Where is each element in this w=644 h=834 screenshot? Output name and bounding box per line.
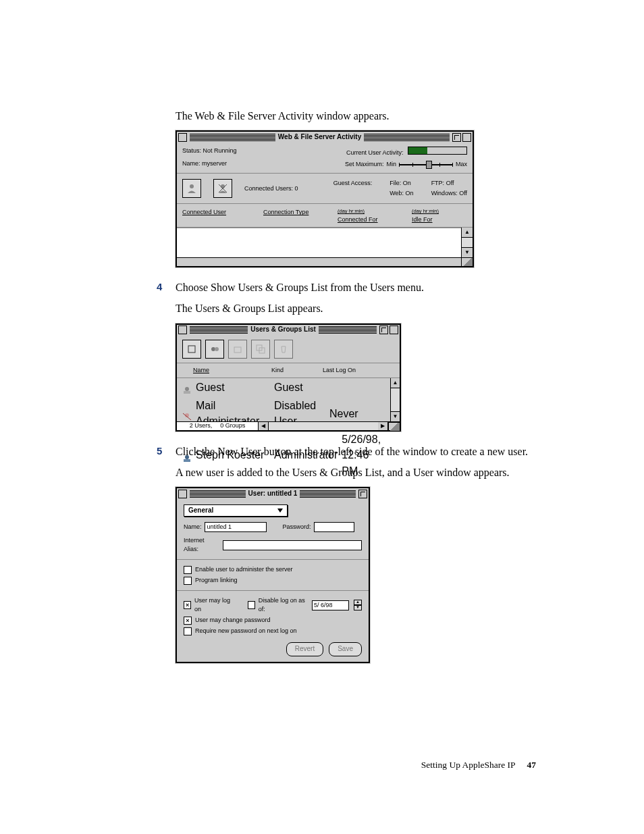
save-button[interactable]: Save <box>329 642 362 656</box>
person-icon <box>186 183 197 194</box>
window-title: Users & Groups List <box>250 325 316 335</box>
web-file-server-activity-window: Web & File Server Activity Status: Not R… <box>176 130 474 267</box>
guest-access-label: Guest Access: <box>333 179 373 188</box>
program-linking-checkbox[interactable] <box>184 577 192 585</box>
status-value: Not Running <box>203 147 237 154</box>
name-value: myserver <box>202 160 227 167</box>
collapse-box-icon[interactable] <box>462 133 471 142</box>
disconnect-user-button[interactable] <box>213 179 232 198</box>
password-label: Password: <box>283 523 311 531</box>
titlebar: Web & File Server Activity <box>177 132 473 142</box>
scroll-down-icon[interactable]: ▼ <box>462 247 473 257</box>
new-user-icon <box>187 344 196 354</box>
disabled-user-icon <box>182 409 192 417</box>
close-box-icon[interactable] <box>178 490 187 498</box>
footer-text: Setting Up AppleShare IP <box>421 760 515 770</box>
guest-icon <box>182 383 192 391</box>
col-kind[interactable]: Kind <box>271 366 323 375</box>
duplicate-button[interactable] <box>251 340 270 359</box>
scroll-up-icon[interactable]: ▲ <box>391 378 400 388</box>
connection-list <box>177 228 461 257</box>
step-5-number: 5 <box>157 444 176 459</box>
enable-admin-checkbox[interactable] <box>184 566 192 574</box>
svg-point-0 <box>190 184 194 188</box>
new-group-button[interactable] <box>205 340 224 359</box>
zoom-box-icon[interactable] <box>379 325 388 334</box>
h-scrollbar[interactable] <box>269 422 378 430</box>
file-label: File: <box>390 180 401 186</box>
internet-alias-label: Internet Alias: <box>184 536 220 554</box>
step-4-followup: The Users & Groups List appears. <box>176 301 536 316</box>
zoom-box-icon[interactable] <box>452 133 461 142</box>
step-4-number: 4 <box>157 280 176 295</box>
disable-date-field[interactable]: 5/ 6/98 <box>312 600 349 610</box>
current-activity-label: Current User Activity: <box>346 149 404 156</box>
slider-max-label: Max <box>456 160 467 169</box>
svg-rect-4 <box>188 346 195 353</box>
user-may-log-on-label: User may log on <box>194 596 235 614</box>
scroll-up-icon[interactable]: ▲ <box>462 228 473 238</box>
col-last-log-on[interactable]: Last Log On <box>323 366 393 375</box>
slider-thumb-icon[interactable] <box>426 161 432 169</box>
svg-point-6 <box>215 347 219 351</box>
change-password-label: User may change password <box>195 616 271 625</box>
close-box-icon[interactable] <box>178 325 187 334</box>
enable-admin-label: Enable user to administer the server <box>195 565 293 574</box>
open-icon <box>233 344 242 354</box>
window-title: Web & File Server Activity <box>278 132 361 142</box>
require-new-password-checkbox[interactable] <box>184 627 192 635</box>
svg-point-1 <box>221 184 225 188</box>
slider-min-label: Min <box>386 160 396 169</box>
program-linking-label: Program linking <box>195 576 238 585</box>
revert-button[interactable]: Revert <box>286 642 323 656</box>
name-field[interactable]: untitled 1 <box>205 522 267 532</box>
list-item[interactable]: Guest Guest <box>177 378 390 396</box>
name-label: Name: <box>184 523 202 531</box>
user-may-log-on-checkbox[interactable] <box>184 601 191 609</box>
step-5-text: Click the New User button at the top-lef… <box>176 444 528 459</box>
scroll-right-icon[interactable]: ▶ <box>378 422 388 430</box>
scroll-down-icon[interactable]: ▼ <box>391 411 400 421</box>
v-scrollbar[interactable]: ▲ ▼ <box>461 228 473 257</box>
collapse-box-icon[interactable] <box>390 325 398 334</box>
grow-box-icon[interactable] <box>461 257 473 266</box>
ftp-value: Off <box>446 180 454 186</box>
close-box-icon[interactable] <box>178 133 187 142</box>
password-field[interactable] <box>314 522 354 532</box>
internet-alias-field[interactable] <box>223 540 362 550</box>
page-number: 47 <box>527 760 537 770</box>
col-connected-user[interactable]: Connected User <box>182 208 263 224</box>
web-value: On <box>406 190 414 197</box>
max-slider[interactable] <box>399 162 453 167</box>
section-popup[interactable]: General <box>184 504 288 517</box>
connected-users-value: 0 <box>295 185 298 192</box>
step-up-icon[interactable]: ▲ <box>354 600 362 605</box>
disable-log-on-label: Disable log on as of: <box>259 596 308 614</box>
activity-bar <box>408 147 467 155</box>
scroll-left-icon[interactable]: ◀ <box>259 422 269 430</box>
page-footer: Setting Up AppleShare IP 47 <box>421 760 536 771</box>
disable-log-on-checkbox[interactable] <box>248 601 255 609</box>
collapse-box-icon[interactable] <box>358 490 367 498</box>
step-5-followup: A new user is added to the Users & Group… <box>176 465 536 480</box>
connected-users-label: Connected Users: <box>244 185 293 192</box>
new-user-button[interactable] <box>182 340 201 359</box>
open-button[interactable] <box>228 340 247 359</box>
change-password-checkbox[interactable] <box>184 617 192 625</box>
windows-value: Off <box>459 190 467 197</box>
date-stepper[interactable]: ▲ ▼ <box>354 600 362 610</box>
delete-button[interactable] <box>274 340 293 359</box>
col-connection-type[interactable]: Connection Type <box>263 208 338 224</box>
intro-text: The Web & File Server Activity window ap… <box>176 108 536 124</box>
set-max-label: Set Maximum: <box>345 160 384 169</box>
message-user-button[interactable] <box>182 179 201 198</box>
col-name[interactable]: Name <box>184 366 271 375</box>
step-down-icon[interactable]: ▼ <box>354 605 362 610</box>
v-scrollbar[interactable]: ▲ ▼ <box>390 378 400 421</box>
grow-box-icon[interactable] <box>388 422 400 431</box>
col-connected-for[interactable]: (day hr:min) Connected For <box>338 208 412 224</box>
person-x-icon <box>217 183 228 194</box>
svg-rect-15 <box>184 459 190 462</box>
col-idle-for[interactable]: (day hr:min) Idle For <box>412 208 467 224</box>
web-label: Web: <box>390 190 404 197</box>
